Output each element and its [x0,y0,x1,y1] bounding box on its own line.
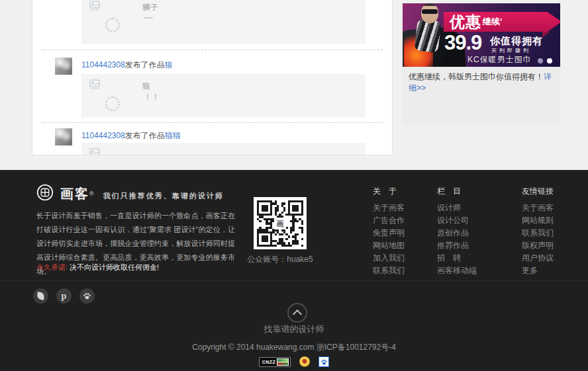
column-header: 友情链接 [522,186,554,197]
footer-link[interactable]: 联系我们 [373,265,405,277]
action-text: 发布了作品 [125,131,165,140]
ad-subslogan: 买到即赚到 [491,47,531,54]
huake-logo-icon [36,184,54,204]
paw-icon[interactable] [79,288,95,304]
footer-link[interactable]: 更多 [522,265,554,277]
ad-model-scarf [414,19,442,53]
cnzz-stats-icon [277,358,289,366]
footer-link[interactable]: 推荐作品 [437,239,477,252]
footer-link[interactable]: 画客移动端 [437,265,477,277]
ad-banner[interactable]: 优惠 继续’ 39.9 你值得拥有 买到即赚到 KC保暖男士围巾 [403,3,560,67]
footer-link[interactable]: 设计公司 [437,214,477,227]
footer-link[interactable]: 网站规则 [522,214,554,227]
carousel-dots [538,58,552,63]
ad-caption-text: 优惠继续，韩版男士围巾你值得拥有！ [409,72,544,81]
footer-column-sections: 栏 目 设计师 设计公司 原创作品 推荐作品 招 聘 画客移动端 [437,186,477,277]
column-header: 栏 目 [437,186,477,197]
work-subtitle: ！！ [144,92,160,103]
feed-separator [42,50,383,50]
find-designer-label: 找靠谱的设计师 [0,323,588,335]
broken-image-icon [89,1,100,14]
feed-item-header: 1104442308发布了作品猫猫 [81,130,181,142]
qr-center-logo: 画 [274,218,286,229]
footer-link[interactable]: 版权声明 [522,239,554,252]
avatar[interactable] [55,58,72,75]
footer-link[interactable]: 设计师 [437,202,477,214]
footer-link[interactable]: 关于画客 [522,202,554,214]
brand-tagline: 我们只推荐优秀、靠谱的设计师 [103,191,224,201]
spinner-icon [105,97,120,111]
broken-image-icon [89,148,100,155]
copyright: Copyright © 2014 huakewang.com 浙ICP备1001… [0,342,588,353]
action-text: 发布了作品 [125,60,165,69]
work-title: 狮子 [142,2,158,13]
promise-text: 决不向设计师收取任何佣金! [68,263,159,271]
work-link[interactable]: 狼 [165,60,173,69]
qr-caption: 公众账号：huake5 [227,254,333,265]
footer-link[interactable]: 关于画客 [373,202,405,214]
feed-item-header: 1104442308发布了作品狼 [81,60,173,71]
ad-slogan: 你值得拥有 [490,35,543,48]
sunglasses-icon [422,9,438,14]
avatar[interactable] [55,128,72,145]
footer-link[interactable]: 原创作品 [437,227,477,239]
ribbon-fold [542,32,550,38]
page: 狮子 ~~ 1104442308发布了作品狼 狼 ！！ [0,0,588,371]
broken-image-icon [89,79,100,93]
gov-emblem-badge[interactable] [299,356,310,367]
footer-divider [0,280,588,281]
feed-separator [42,122,383,123]
chevron-up-icon [293,309,302,319]
ad-promo-small: 继续’ [483,16,503,28]
feed-item-content: 狼 ！！ [81,74,366,118]
feed-item-content [81,143,366,155]
footer-promise: 永久承诺: 决不向设计师收取任何佣金! [36,261,159,274]
spinner-icon [105,18,120,32]
ad-panel: 优惠 继续’ 39.9 你值得拥有 买到即赚到 KC保暖男士围巾 优惠继续，韩版… [403,3,560,126]
ad-promo-big: 优惠 [450,12,481,32]
carousel-dot[interactable] [538,58,543,63]
cnzz-label: CNZZ [261,360,277,364]
promise-label: 永久承诺: [36,263,68,271]
user-link[interactable]: 1104442308 [81,131,125,140]
footer-column-about: 关 于 关于画客 广告合作 免责声明 网站地图 加入我们 联系我们 [373,186,405,277]
brand: 画客 ® 我们只推荐优秀、靠谱的设计师 [36,184,224,204]
ad-price: 39.9 [444,31,481,55]
footer-link[interactable]: 加入我们 [373,252,405,265]
feed-item-content: 狮子 ~~ [81,0,366,44]
footer-link[interactable]: 免责声明 [373,227,405,239]
ad-product-name: KC保暖男士围巾 [467,54,532,65]
work-subtitle: ~~ [144,13,153,22]
work-link[interactable]: 猫猫 [165,131,181,140]
registered-mark: ® [89,190,94,197]
column-header: 关 于 [373,186,405,197]
feed-card: 狮子 ~~ 1104442308发布了作品狼 狼 ！！ [32,0,393,155]
qr-grid: 画 [257,200,303,247]
pinterest-icon[interactable]: p [56,288,72,304]
ad-promo-ribbon: 优惠 继续’ [444,12,560,32]
leaf-icon[interactable] [33,288,48,304]
footer-link[interactable]: 广告合作 [373,214,405,227]
footer-link[interactable]: 用户协议 [522,252,554,265]
footer: 画客 ® 我们只推荐优秀、靠谱的设计师 长于设计而羞于销售，一直是设计师的一个致… [0,170,588,371]
cnzz-badge[interactable]: CNZZ [259,357,291,367]
footer-badges: CNZZ [0,356,588,367]
back-to-top-button[interactable] [287,303,307,323]
carousel-dot-active[interactable] [547,58,552,63]
work-title: 狼 [142,81,150,92]
user-link[interactable]: 1104442308 [81,60,125,69]
footer-link[interactable]: 联系我们 [522,227,554,239]
social-icons: p [33,288,95,304]
qr-code: 画 [254,197,307,249]
brand-name: 画客 [60,185,89,203]
footer-link[interactable]: 招 聘 [437,252,477,265]
baidu-paw-badge[interactable] [318,356,329,367]
footer-column-links: 友情链接 关于画客 网站规则 联系我们 版权声明 用户协议 更多 [522,186,554,277]
ad-caption: 优惠继续，韩版男士围巾你值得拥有！详细>> [403,67,560,99]
footer-link[interactable]: 网站地图 [373,239,405,252]
